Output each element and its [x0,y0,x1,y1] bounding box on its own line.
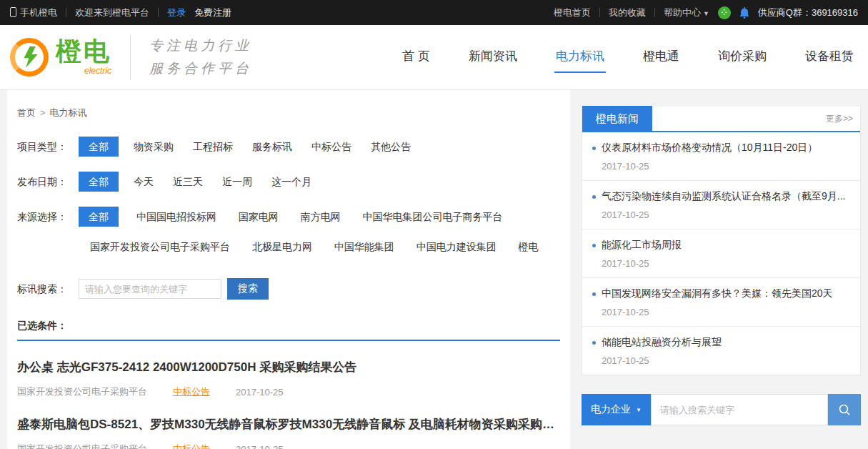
bullet-icon [592,292,596,296]
site-home-link[interactable]: 橙电首页 [554,6,591,19]
news-title-link[interactable]: 储能电站投融资分析与展望 [592,336,850,349]
filter-option[interactable]: 物资采购 [134,137,174,157]
main-nav: 首 页 新闻资讯 电力标讯 橙电通 询价采购 设备租赁 [401,42,858,73]
enterprise-category-dropdown[interactable]: 电力企业 ▼ [582,394,651,425]
filter-option[interactable]: 其他公告 [371,137,411,157]
news-title-link[interactable]: 能源化工市场周报 [592,239,850,252]
result-date: 2017-10-25 [236,444,284,449]
bell-icon[interactable] [739,7,749,19]
help-center-link[interactable]: 帮助中心▼ [664,6,709,19]
news-title-link[interactable]: 仪表原材料市场价格变动情况（10月11日-20日） [592,142,850,154]
filter-option-all[interactable]: 全部 [79,172,119,192]
result-title-link[interactable]: 盛泰斯电脑包DS-8521、罗技M330无线静音鼠标罗技M330无线静音鼠标 及… [17,416,560,433]
result-meta: 国家开发投资公司电子采购平台 中标公告 2017-10-25 [17,443,560,449]
breadcrumb-home[interactable]: 首页 [17,107,36,118]
result-item: 办公桌 志光GF375-2412 2400W1200D750H 采购采购结果公告… [17,341,560,398]
nav-power-tenders[interactable]: 电力标讯 [554,42,606,73]
filter-option[interactable]: 橙电 [519,237,539,257]
news-item: 能源化工市场周报 2017-10-25 [582,230,860,278]
divider [599,8,600,17]
filter-option-all[interactable]: 全部 [79,207,119,227]
topbar-left: 手机橙电 欢迎来到橙电平台 登录 免费注册 [10,6,231,19]
main-content: 首页>电力标讯 项目类型： 全部 物资采购 工程招标 服务标讯 中标公告 其他公… [0,89,868,449]
divider [66,8,66,17]
tender-search-row: 标讯搜索： 搜索 [17,278,560,300]
filter-label: 标讯搜索： [17,279,79,299]
news-date: 2017-10-25 [602,307,850,317]
news-title-link[interactable]: 气态污染物连续自动监测系统认证合格名录（截至9月... [592,190,850,203]
filter-source: 来源选择： 全部 中国国电招投标网 国家电网 南方电网 中国华电集团公司电子商务… [17,207,560,257]
filter-option[interactable]: 南方电网 [301,207,341,227]
filter-option[interactable]: 服务标讯 [252,137,292,157]
news-item: 仪表原材料市场价格变动情况（10月11日-20日） 2017-10-25 [582,132,860,181]
news-title-link[interactable]: 中国发现网络安全漏洞有多快？美媒：领先美国20天 [592,287,850,300]
source-options-row1: 全部 中国国电招投标网 国家电网 南方电网 中国华电集团公司电子商务平台 [79,207,558,227]
logo-text-block: 橙电 electric [56,39,111,76]
news-item: 中国发现网络安全漏洞有多快？美媒：领先美国20天 2017-10-25 [582,278,860,327]
breadcrumb: 首页>电力标讯 [17,89,560,119]
enterprise-search-button[interactable] [828,394,861,425]
nav-news[interactable]: 新闻资讯 [467,42,519,73]
breadcrumb-separator: > [40,107,46,118]
filter-option[interactable]: 中标公告 [311,137,351,157]
filter-option[interactable]: 这一个月 [271,172,311,192]
enterprise-search-input[interactable] [651,394,828,425]
nav-home[interactable]: 首 页 [401,42,431,73]
supplier-qq-text: 供应商Q群：369169316 [758,6,858,19]
filter-option[interactable]: 北极星电力网 [252,237,312,257]
news-date: 2017-10-25 [602,161,850,172]
site-tagline: 专注电力行业 服务合作平台 [130,34,252,81]
mobile-app-link[interactable]: 手机橙电 [10,6,57,19]
result-item: 盛泰斯电脑包DS-8521、罗技M330无线静音鼠标罗技M330无线静音鼠标 及… [17,398,560,449]
result-title-link[interactable]: 办公桌 志光GF375-2412 2400W1200D750H 采购采购结果公告 [17,359,560,375]
logo-text: 橙电 [56,36,111,66]
filter-option[interactable]: 中国电力建设集团 [416,237,497,257]
filter-option[interactable]: 中国华电集团公司电子商务平台 [363,207,503,227]
bullet-icon [592,341,596,345]
result-source: 国家开发投资公司电子采购平台 [17,385,147,398]
filter-option[interactable]: 今天 [134,172,154,192]
register-link[interactable]: 免费注册 [194,6,231,19]
filter-option[interactable]: 近三天 [173,172,203,192]
news-more-link[interactable]: 更多>> [826,113,853,125]
filter-option[interactable]: 国家电网 [239,207,279,227]
filter-option[interactable]: 中国国电招投标网 [136,207,216,227]
result-tag-link[interactable]: 中标公告 [173,385,210,398]
logo-subtext: electric [56,66,111,76]
source-options: 全部 中国国电招投标网 国家电网 南方电网 中国华电集团公司电子商务平台 国家开… [79,207,558,257]
filter-option[interactable]: 中国华能集团 [334,237,394,257]
filter-option[interactable]: 国家开发投资公司电子采购平台 [90,237,230,257]
search-icon [838,403,851,416]
lightning-logo-icon [10,38,49,77]
topbar: 手机橙电 欢迎来到橙电平台 登录 免费注册 橙电首页 我的收藏 帮助中心▼ ⁘ … [0,0,868,25]
login-link[interactable]: 登录 [167,6,186,19]
result-source: 国家开发投资公司电子采购平台 [17,443,147,449]
filter-option[interactable]: 工程招标 [193,137,233,157]
selected-conditions-label: 已选条件： [17,320,67,331]
left-panel: 首页>电力标讯 项目类型： 全部 物资采购 工程招标 服务标讯 中标公告 其他公… [7,89,570,449]
site-logo[interactable]: 橙电 electric [10,38,111,77]
nav-equipment-rental[interactable]: 设备租赁 [804,42,855,73]
filter-label: 来源选择： [17,207,79,227]
bullet-icon [592,244,596,247]
nav-inquiry-purchase[interactable]: 询价采购 [717,42,768,73]
tender-search-input[interactable] [79,279,221,299]
result-tag-link[interactable]: 中标公告 [173,443,210,449]
nav-chengdiantong[interactable]: 橙电通 [642,42,681,73]
filter-option-all[interactable]: 全部 [79,137,119,157]
news-tab: 橙电新闻 [582,106,652,132]
filter-option[interactable]: 近一周 [222,172,252,192]
chevron-down-icon: ▼ [703,10,709,17]
filter-label: 发布日期： [17,172,79,192]
news-date: 2017-10-25 [602,258,850,269]
news-header: 橙电新闻 更多>> [582,107,860,132]
bullet-icon [592,147,596,150]
favorites-link[interactable]: 我的收藏 [609,6,646,19]
filter-label: 项目类型： [17,137,79,157]
divider [158,8,159,17]
tender-search-button[interactable]: 搜索 [227,278,269,300]
welcome-text: 欢迎来到橙电平台 [75,6,149,19]
divider [654,8,655,17]
wechat-icon[interactable]: ⁘ [718,6,731,19]
tagline-line2: 服务合作平台 [149,57,252,80]
